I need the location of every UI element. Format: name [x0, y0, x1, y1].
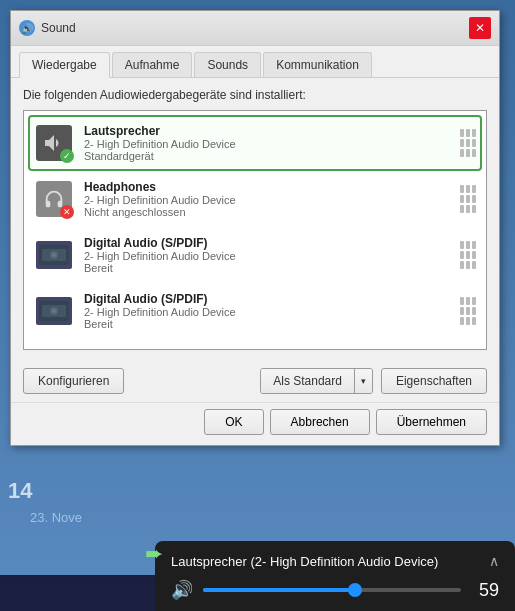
device-icon-syncmaster [34, 347, 74, 350]
device-icon-lautsprecher: ✓ [34, 123, 74, 163]
device-name-headphones: Headphones [84, 180, 454, 194]
volume-popup-header: Lautsprecher (2- High Definition Audio D… [171, 553, 499, 569]
device-name-digital2: Digital Audio (S/PDIF) [84, 292, 454, 306]
action-buttons-row: OK Abbrechen Übernehmen [11, 402, 499, 445]
calendar-day: 14 [8, 478, 32, 504]
close-button[interactable]: ✕ [469, 17, 491, 39]
properties-button[interactable]: Eigenschaften [381, 368, 487, 394]
device-icon-headphones: ✕ [34, 179, 74, 219]
device-status-lautsprecher: Standardgerät [84, 150, 454, 162]
device-name-digital1: Digital Audio (S/PDIF) [84, 236, 454, 250]
digital-icon-1 [36, 241, 72, 269]
device-item-digital1[interactable]: Digital Audio (S/PDIF) 2- High Definitio… [28, 227, 482, 283]
device-info-lautsprecher: Lautsprecher 2- High Definition Audio De… [84, 124, 454, 162]
set-default-arrow[interactable]: ▾ [354, 369, 372, 393]
device-info-digital2: Digital Audio (S/PDIF) 2- High Definitio… [84, 292, 454, 330]
ok-button[interactable]: OK [204, 409, 263, 435]
device-bars-lautsprecher [460, 129, 476, 157]
device-icon-digital1 [34, 235, 74, 275]
volume-chevron-icon[interactable]: ∧ [489, 553, 499, 569]
device-status-digital1: Bereit [84, 262, 454, 274]
device-icon-digital2 [34, 291, 74, 331]
cancel-button[interactable]: Abbrechen [270, 409, 370, 435]
sound-dialog: 🔊 Sound ✕ Wiedergabe Aufnahme Sounds Kom… [10, 10, 500, 446]
volume-slider-fill [203, 588, 355, 592]
tab-wiedergabe[interactable]: Wiedergabe [19, 52, 110, 78]
svg-point-3 [52, 253, 56, 257]
device-item-digital2[interactable]: Digital Audio (S/PDIF) 2- High Definitio… [28, 283, 482, 339]
calendar-month: 23. Nove [30, 510, 82, 525]
bottom-buttons: Konfigurieren Als Standard ▾ Eigenschaft… [11, 360, 499, 402]
set-default-split: Als Standard ▾ [260, 368, 373, 394]
device-bars-headphones [460, 185, 476, 213]
device-sub-digital1: 2- High Definition Audio Device [84, 250, 454, 262]
set-default-button[interactable]: Als Standard [261, 369, 354, 393]
svg-point-7 [52, 309, 56, 313]
volume-popup-title: Lautsprecher (2- High Definition Audio D… [171, 554, 438, 569]
dialog-title: Sound [41, 21, 76, 35]
volume-slider-thumb[interactable] [348, 583, 362, 597]
dialog-content: Die folgenden Audiowiedergabegeräte sind… [11, 78, 499, 360]
status-dot-green: ✓ [60, 149, 74, 163]
device-info-syncmaster: SyncMaster Intel(R) Display-Audio Bereit [84, 348, 454, 350]
volume-control-row: 🔊 59 [171, 579, 499, 601]
dialog-icon: 🔊 [19, 20, 35, 36]
device-sub-lautsprecher: 2- High Definition Audio Device [84, 138, 454, 150]
device-sub-digital2: 2- High Definition Audio Device [84, 306, 454, 318]
tab-aufnahme[interactable]: Aufnahme [112, 52, 193, 77]
dialog-titlebar: 🔊 Sound ✕ [11, 11, 499, 46]
device-sub-headphones: 2- High Definition Audio Device [84, 194, 454, 206]
device-bars-digital2 [460, 297, 476, 325]
device-info-digital1: Digital Audio (S/PDIF) 2- High Definitio… [84, 236, 454, 274]
volume-popup: Lautsprecher (2- High Definition Audio D… [155, 541, 515, 611]
tab-sounds[interactable]: Sounds [194, 52, 261, 77]
configure-button[interactable]: Konfigurieren [23, 368, 124, 394]
apply-button[interactable]: Übernehmen [376, 409, 487, 435]
device-status-headphones: Nicht angeschlossen [84, 206, 454, 218]
device-list: ✓ Lautsprecher 2- High Definition Audio … [23, 110, 487, 350]
tab-kommunikation[interactable]: Kommunikation [263, 52, 372, 77]
device-bars-digital1 [460, 241, 476, 269]
volume-speaker-icon[interactable]: 🔊 [171, 579, 193, 601]
volume-value: 59 [471, 580, 499, 601]
device-info-headphones: Headphones 2- High Definition Audio Devi… [84, 180, 454, 218]
volume-slider[interactable] [203, 588, 461, 592]
device-item-syncmaster[interactable]: SyncMaster Intel(R) Display-Audio Bereit [28, 339, 482, 350]
device-status-digital2: Bereit [84, 318, 454, 330]
title-left: 🔊 Sound [19, 20, 76, 36]
tabs-bar: Wiedergabe Aufnahme Sounds Kommunikation [11, 46, 499, 78]
device-item-headphones[interactable]: ✕ Headphones 2- High Definition Audio De… [28, 171, 482, 227]
device-item-lautsprecher[interactable]: ✓ Lautsprecher 2- High Definition Audio … [28, 115, 482, 171]
section-label: Die folgenden Audiowiedergabegeräte sind… [23, 88, 487, 102]
status-dot-red: ✕ [60, 205, 74, 219]
arrow-button[interactable]: ➨ [145, 541, 163, 567]
device-name-lautsprecher: Lautsprecher [84, 124, 454, 138]
device-name-syncmaster: SyncMaster [84, 348, 454, 350]
digital-icon-2 [36, 297, 72, 325]
